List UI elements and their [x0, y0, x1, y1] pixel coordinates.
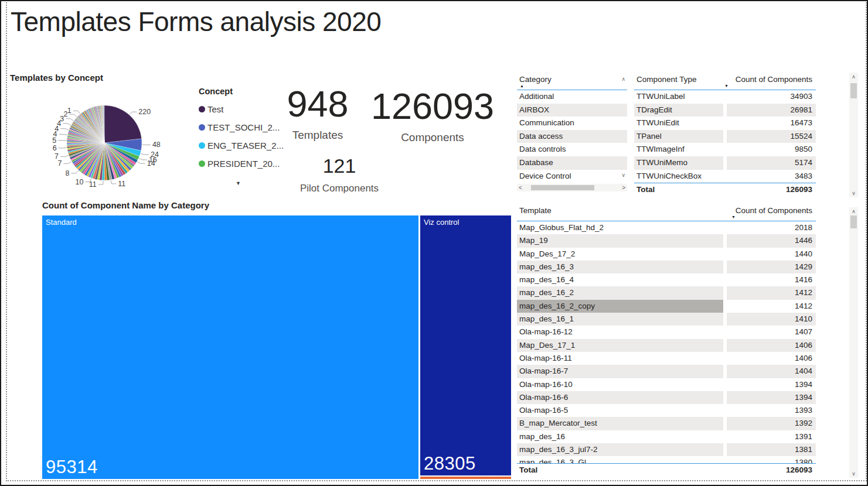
cell-name: Map_Des_17_1: [517, 339, 723, 352]
table-row[interactable]: Map_191446: [517, 234, 816, 247]
table-row[interactable]: Ola-map-16-111406: [517, 352, 816, 365]
table-row[interactable]: map_des_16_3_jul7-21381: [517, 443, 816, 456]
scroll-up-icon[interactable]: [849, 73, 858, 80]
table-row[interactable]: TTWUniMemo5174: [634, 156, 816, 170]
scroll-down-icon[interactable]: [621, 172, 625, 178]
cell-value: 1412: [727, 300, 816, 313]
vertical-scrollbar[interactable]: [849, 207, 858, 478]
pie-slice[interactable]: [104, 105, 142, 143]
scrollbar-thumb[interactable]: [850, 215, 857, 228]
card-templates: 948 Templates: [268, 85, 367, 142]
cell-name: map_des_16_4: [517, 273, 723, 286]
table-row[interactable]: map_des_16_41416: [517, 273, 816, 286]
page-title: Templates Forms analysis 2020: [11, 6, 381, 37]
table-row[interactable]: Map_Des_17_11406: [517, 339, 816, 352]
total-label: Total: [517, 464, 727, 476]
cell-value: 1391: [727, 430, 816, 443]
table-row[interactable]: B_map_Mercator_test1392: [517, 417, 816, 430]
cell-name: map_des_16_1: [517, 313, 723, 326]
scroll-down-icon[interactable]: [849, 470, 858, 477]
scroll-up-icon[interactable]: [621, 76, 625, 82]
category-label: Device Control: [517, 170, 627, 183]
count-column-header[interactable]: Count of Components: [736, 75, 812, 84]
category-row[interactable]: Communication: [517, 117, 627, 130]
table-row[interactable]: Ola-map-16-71404: [517, 365, 816, 378]
cell-value: 1407: [727, 326, 816, 338]
table-row[interactable]: TPanel15524: [634, 130, 816, 143]
category-row[interactable]: Additional: [517, 90, 627, 104]
table-row[interactable]: map_des_16_3_Gl1380: [517, 456, 816, 463]
category-label: Data access: [517, 130, 627, 143]
category-row[interactable]: Data controls: [517, 143, 627, 156]
table-row[interactable]: Map_Globus_Flat_hd_22018: [517, 221, 816, 234]
category-row[interactable]: Device Control: [517, 170, 627, 183]
legend-scroll-down-icon[interactable]: [236, 180, 241, 186]
category-row[interactable]: Database: [517, 156, 627, 170]
table-row[interactable]: Ola-map-16-51393: [517, 404, 816, 417]
vertical-scrollbar[interactable]: [849, 73, 858, 197]
scrollbar-thumb[interactable]: [531, 185, 594, 190]
pie-callout-line: [59, 148, 67, 148]
pie-callout-label: 6: [53, 144, 57, 152]
category-header[interactable]: Category: [517, 71, 627, 90]
table-row[interactable]: map_des_16_2_copy1412: [517, 300, 816, 313]
cell-value: 1410: [727, 313, 816, 326]
scroll-up-icon[interactable]: [849, 208, 858, 215]
category-header-label[interactable]: Category: [519, 75, 552, 84]
table-row[interactable]: map_des_16_21412: [517, 286, 816, 299]
treemap-node-value: 28305: [424, 453, 476, 474]
table-row[interactable]: TTWUniCheckBox3483: [634, 170, 816, 183]
cell-value: 34903: [727, 90, 816, 104]
table-row[interactable]: map_des_16_11410: [517, 313, 816, 326]
sort-descending-icon: [731, 215, 736, 219]
treemap-node-label: Standard: [42, 215, 418, 227]
category-row[interactable]: AIRBOX: [517, 104, 627, 117]
cell-name: B_map_Mercator_test: [517, 417, 723, 430]
treemap-node-standard[interactable]: Standard95314: [42, 215, 418, 479]
report-page: Templates Forms analysis 2020 Templates …: [0, 0, 868, 486]
table-row[interactable]: Ola-map-16-101394: [517, 378, 816, 391]
cell-name: map_des_16_2: [517, 286, 723, 299]
count-column-header[interactable]: Count of Components: [736, 206, 812, 215]
pie-callout-label: 11: [118, 180, 125, 188]
table-row[interactable]: Ola-map-16-121407: [517, 326, 816, 338]
cell-value: 16473: [727, 117, 816, 130]
pie-callout-label: 48: [152, 141, 161, 149]
pie-callout-line: [60, 155, 69, 156]
scroll-left-icon[interactable]: [519, 184, 522, 191]
cell-name: Map_Des_17_2: [517, 248, 723, 261]
table-row[interactable]: TTWImageInf9850: [634, 143, 816, 156]
pilot-components-count-label: Pilot Components: [292, 183, 386, 194]
component-type-column-header[interactable]: Component Type: [636, 75, 697, 84]
table-row[interactable]: TTWUniEdit16473: [634, 117, 816, 130]
table-row[interactable]: map_des_16_31429: [517, 261, 816, 273]
table-row[interactable]: Ola-map-16-61394: [517, 391, 816, 404]
pie-callout-label: 8: [66, 169, 70, 177]
legend-item[interactable]: ENG_TEASER_2...: [199, 141, 281, 150]
scrollbar-thumb[interactable]: [850, 83, 857, 98]
scroll-down-icon[interactable]: [849, 190, 858, 197]
table-row[interactable]: Map_Des_17_21440: [517, 248, 816, 261]
horizontal-scrollbar[interactable]: [517, 184, 627, 191]
legend-item[interactable]: PRESIDENT_20...: [199, 159, 281, 169]
treemap-node-other[interactable]: [420, 477, 511, 479]
cell-name: TDragEdit: [634, 104, 723, 117]
cell-value: 1394: [727, 378, 816, 391]
scroll-right-icon[interactable]: [622, 184, 625, 191]
pie-callout-line: [59, 134, 67, 135]
table-row[interactable]: map_des_161391: [517, 430, 816, 443]
treemap-node-viz-control[interactable]: Viz control28305: [420, 215, 511, 475]
pie-callout-label: 14: [147, 159, 155, 167]
category-row[interactable]: Data access: [517, 130, 627, 143]
table-row-partial[interactable]: map_des_16_3_Gl1380: [517, 456, 816, 463]
template-rows: Map_Globus_Flat_hd_22018Map_191446Map_De…: [517, 221, 816, 463]
templates-by-concept-pie[interactable]: 2204824161411111087765444321: [29, 87, 182, 204]
table-row[interactable]: TDragEdit26981: [634, 104, 816, 117]
category-label: Database: [517, 156, 627, 170]
template-column-header[interactable]: Template: [519, 206, 552, 215]
table-row[interactable]: TTWUniLabel34903: [634, 90, 816, 104]
category-label: Additional: [517, 90, 627, 104]
cell-name: Ola-map-16-7: [517, 365, 723, 378]
cell-name: Ola-map-16-11: [517, 352, 723, 365]
card-pilot-components: 121 Pilot Components: [292, 156, 386, 194]
